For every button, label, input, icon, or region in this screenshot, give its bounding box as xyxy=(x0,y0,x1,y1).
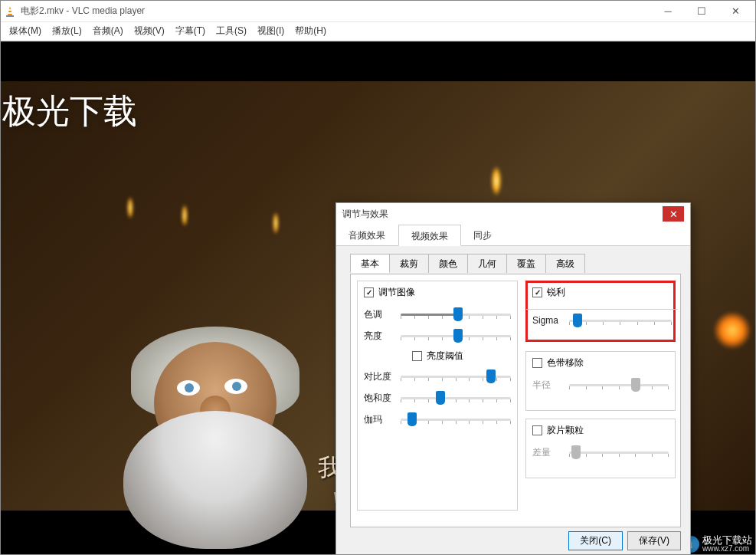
subtab-advanced[interactable]: 高级 xyxy=(545,254,585,273)
menu-playback[interactable]: 播放(L) xyxy=(47,23,87,39)
dialog-titlebar[interactable]: 调节与效果 ✕ xyxy=(336,203,690,225)
subtab-color[interactable]: 颜色 xyxy=(428,254,468,273)
maximize-button[interactable]: ☐ xyxy=(685,1,718,22)
group-banding-removal: 色带移除 半径 xyxy=(525,351,676,411)
group-sharpen-highlighted: 锐利 Sigma xyxy=(525,281,676,342)
dialog-title: 调节与效果 xyxy=(342,208,388,221)
svg-rect-2 xyxy=(8,9,11,11)
save-button[interactable]: 保存(V) xyxy=(627,531,681,550)
window-titlebar: 电影2.mkv - VLC media player ─ ☐ ✕ xyxy=(1,1,755,22)
menu-help[interactable]: 帮助(H) xyxy=(290,23,332,39)
label-sharpen: 锐利 xyxy=(547,286,565,299)
effects-dialog: 调节与效果 ✕ 音频效果 视频效果 同步 基本 裁剪 颜色 几何 覆盖 高级 调… xyxy=(335,202,691,555)
checkbox-brightness-threshold[interactable] xyxy=(412,351,422,361)
slider-sigma[interactable] xyxy=(569,313,672,328)
subtab-overlay[interactable]: 覆盖 xyxy=(506,254,546,273)
sub-tabs: 基本 裁剪 颜色 几何 覆盖 高级 xyxy=(350,254,682,273)
menu-view[interactable]: 视图(I) xyxy=(252,23,290,39)
slider-variance xyxy=(569,445,669,460)
svg-rect-1 xyxy=(6,15,14,17)
menubar: 媒体(M) 播放(L) 音频(A) 视频(V) 字幕(T) 工具(S) 视图(I… xyxy=(1,22,755,41)
checkbox-sharpen[interactable] xyxy=(532,287,542,297)
label-saturation: 饱和度 xyxy=(364,392,394,405)
label-film-grain: 胶片颗粒 xyxy=(547,424,584,437)
menu-tools[interactable]: 工具(S) xyxy=(211,23,252,39)
label-hue: 色调 xyxy=(364,308,394,321)
slider-saturation[interactable] xyxy=(401,390,511,406)
subtab-crop[interactable]: 裁剪 xyxy=(389,254,429,273)
slider-contrast[interactable] xyxy=(401,369,511,384)
window-close-button[interactable]: ✕ xyxy=(718,1,752,22)
group-image-adjust: 调节图像 色调 亮度 亮度阈值 xyxy=(357,281,518,511)
checkbox-banding-removal[interactable] xyxy=(532,358,542,368)
watermark-site-url: www.xz7.com xyxy=(702,545,752,553)
subtab-basic[interactable]: 基本 xyxy=(350,254,390,273)
slider-radius xyxy=(569,377,669,392)
svg-rect-3 xyxy=(8,12,12,14)
vlc-cone-icon xyxy=(4,5,16,18)
main-tabs: 音频效果 视频效果 同步 xyxy=(336,225,690,246)
watermark-bottomright: ↓ 极光下载站 www.xz7.com xyxy=(682,535,752,553)
watermark-topleft: 极光下载 xyxy=(2,89,137,134)
slider-hue[interactable] xyxy=(401,307,511,322)
window-title: 电影2.mkv - VLC media player xyxy=(21,5,651,18)
label-adjust-image: 调节图像 xyxy=(378,286,415,299)
label-brightness-threshold: 亮度阈值 xyxy=(427,350,463,363)
menu-audio[interactable]: 音频(A) xyxy=(87,23,129,39)
tab-sync[interactable]: 同步 xyxy=(461,225,505,245)
checkbox-film-grain[interactable] xyxy=(532,425,542,435)
label-sigma: Sigma xyxy=(532,315,563,326)
label-contrast: 对比度 xyxy=(364,370,394,383)
panel-basic: 调节图像 色调 亮度 亮度阈值 xyxy=(350,274,681,527)
label-variance: 差量 xyxy=(532,446,563,459)
label-gamma: 伽玛 xyxy=(364,413,394,426)
slider-brightness[interactable] xyxy=(401,328,511,343)
minimize-button[interactable]: ─ xyxy=(651,1,685,22)
dialog-button-row: 关闭(C) 保存(V) xyxy=(568,531,681,550)
tab-video-effects[interactable]: 视频效果 xyxy=(398,225,461,246)
label-radius: 半径 xyxy=(532,379,563,392)
slider-gamma[interactable] xyxy=(401,412,511,427)
checkbox-adjust-image[interactable] xyxy=(364,287,374,297)
label-banding-removal: 色带移除 xyxy=(547,356,584,369)
tab-audio-effects[interactable]: 音频效果 xyxy=(336,225,398,245)
dialog-close-button[interactable]: ✕ xyxy=(663,206,684,222)
group-film-grain: 胶片颗粒 差量 xyxy=(525,419,676,478)
close-button[interactable]: 关闭(C) xyxy=(568,531,623,550)
subtab-geometry[interactable]: 几何 xyxy=(467,254,507,273)
label-brightness: 亮度 xyxy=(364,330,394,343)
menu-media[interactable]: 媒体(M) xyxy=(4,23,47,39)
menu-subtitle[interactable]: 字幕(T) xyxy=(170,23,211,39)
menu-video[interactable]: 视频(V) xyxy=(129,23,170,39)
